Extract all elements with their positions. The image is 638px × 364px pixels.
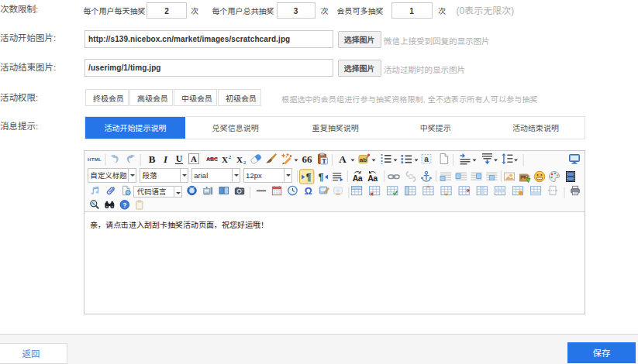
svg-text:A: A [339,153,347,165]
svg-text:B: B [149,153,156,164]
svg-text:Aa: Aa [353,173,363,183]
svg-text:¶: ¶ [306,171,312,182]
svg-text:HTML: HTML [88,156,102,161]
svg-text:U: U [176,153,183,164]
svg-text:2: 2 [243,160,247,166]
svg-text:2: 2 [229,153,232,160]
svg-text:X: X [222,154,228,163]
svg-text:Aa: Aa [367,173,378,183]
svg-text:I: I [163,153,168,164]
svg-text:X: X [236,154,243,163]
svg-text:¶: ¶ [319,171,324,182]
svg-text:ab: ab [360,156,367,163]
svg-text:Ω: Ω [305,186,312,197]
svg-text:66: 66 [302,153,313,165]
svg-text:A: A [191,154,197,163]
svg-text:?: ? [122,201,126,208]
svg-text:a: a [424,155,429,163]
svg-text:T: T [322,156,326,164]
